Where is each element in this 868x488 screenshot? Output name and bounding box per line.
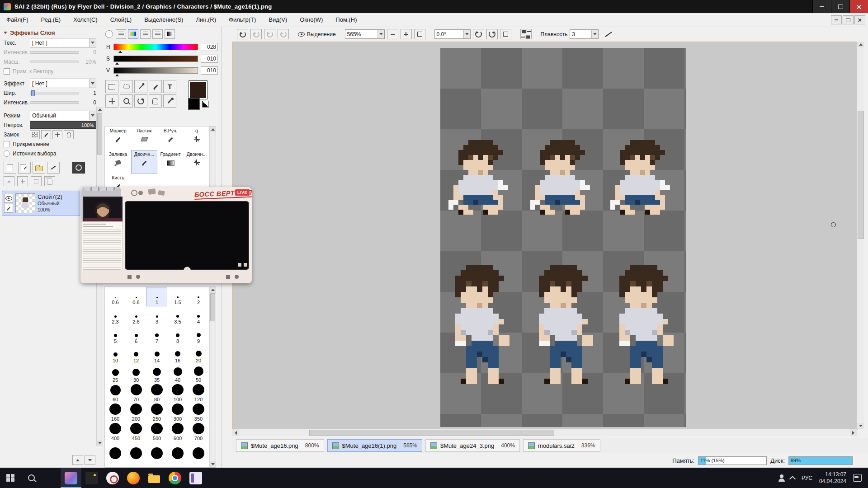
canvas-viewport[interactable] [232,42,858,430]
taskbar-icon-sai[interactable] [61,468,81,488]
rotate-tool[interactable] [134,94,147,108]
action-center-icon[interactable] [853,474,862,482]
smoothing-select[interactable]: 3 [570,29,599,39]
brush-size-option[interactable] [105,442,126,462]
rotate-cw-button[interactable] [486,29,498,39]
history-forward-button[interactable] [278,29,289,39]
brush-size-option[interactable]: 2 [188,287,209,306]
undo-button[interactable] [237,29,248,39]
brush-size-option[interactable]: 700 [188,423,209,442]
start-button[interactable] [0,468,21,488]
hscroll-thumb[interactable] [309,430,554,436]
panel-scroll-bottom-button[interactable] [85,455,95,465]
tool-item[interactable]: Ластик [131,127,157,150]
scroll-left-button[interactable] [232,429,239,436]
palette-grid-tab-button[interactable] [152,29,163,39]
redo-button[interactable] [250,29,262,39]
brush-size-option[interactable]: 50 [188,365,209,384]
brush-size-option[interactable]: 5 [105,326,126,345]
canvas-vscrollbar[interactable] [857,42,864,429]
language-indicator[interactable]: РУС [802,475,812,481]
tray-chevron-icon[interactable] [789,475,796,482]
brush-size-option[interactable]: 300 [167,404,188,423]
move-tool[interactable] [105,94,118,108]
saturation-bar[interactable] [113,56,198,62]
background-color-swatch[interactable] [188,98,200,110]
taskbar-icon-paint-app[interactable] [102,468,123,488]
val-marker[interactable] [115,74,119,76]
brush-size-option[interactable]: 10 [105,345,126,365]
flip-horizontal-button[interactable] [520,29,532,39]
taskbar-search-button[interactable] [21,468,42,488]
tools-scrollbar[interactable] [209,127,216,197]
brush-size-option[interactable]: 500 [146,423,167,442]
value-value[interactable]: 010 [201,66,218,75]
tool-item[interactable]: Двоичн... [131,150,157,174]
brush-size-option[interactable]: 80 [146,384,167,404]
tool-item[interactable]: q [184,127,210,150]
sat-marker[interactable] [115,62,119,65]
selection-pen-tool[interactable] [149,80,162,93]
close-button[interactable] [849,0,868,13]
brush-size-option[interactable]: 1.5 [167,287,188,306]
layer-visibility-toggle[interactable] [4,194,13,203]
zoom-in-button[interactable] [401,29,412,39]
value-bar[interactable] [113,67,198,74]
canvas-hscrollbar[interactable] [232,429,857,436]
scroll-down-button[interactable] [97,440,103,446]
scroll-right-button[interactable] [850,429,857,436]
menu-item[interactable]: Холст(C) [67,13,104,27]
brush-size-option[interactable]: 7 [146,326,167,345]
document-tab[interactable]: modulars.sai2336% [523,439,600,452]
delete-layer-button[interactable] [44,176,55,186]
effect-select[interactable]: [ Нет ] [30,79,96,88]
tool-item[interactable]: Двоичн... [184,150,210,174]
lock-transparency-button[interactable] [30,130,40,139]
maximize-button[interactable] [831,0,849,13]
brush-size-option[interactable]: 250 [146,404,167,423]
brush-size-option[interactable] [126,442,146,462]
brush-size-option[interactable]: 40 [167,365,188,384]
brush-scrollbar[interactable] [209,287,216,467]
new-lineart-layer-button[interactable] [18,162,31,174]
opacity-slider[interactable]: 100% [30,121,96,129]
brush-size-option[interactable]: 25 [105,365,126,384]
taskbar-icon-dark-app[interactable] [81,468,102,488]
blend-mode-select[interactable]: Обычный [30,111,96,120]
menu-item[interactable]: Слой(L) [104,13,138,27]
rect-select-tool[interactable] [105,80,118,93]
brush-size-option[interactable]: 600 [167,423,188,442]
tool-item[interactable]: Градиент [157,150,184,174]
merge-down-button[interactable] [17,176,28,186]
zoom-out-button[interactable] [387,29,398,39]
tray-people-icon[interactable] [780,474,783,478]
taskbar-icon-explorer[interactable] [144,468,165,488]
transfer-down-button[interactable] [4,176,14,186]
lasso-tool[interactable] [120,80,133,93]
brush-size-option[interactable]: 1 [146,287,167,306]
brush-size-option[interactable]: 2.3 [105,306,126,326]
brush-size-option[interactable]: 450 [126,423,146,442]
brush-size-option[interactable]: 60 [105,384,126,404]
apply-to-vector-checkbox[interactable] [4,68,10,75]
lock-pixels-button[interactable] [41,130,51,139]
taskbar-icon-chrome[interactable] [165,468,185,488]
saturation-value[interactable]: 010 [201,55,218,63]
clipping-checkbox[interactable] [4,141,10,147]
brush-size-option[interactable]: 3.5 [167,306,188,326]
panel-scroll-top-button[interactable] [72,455,83,465]
document-tab[interactable]: $Mute_age16.png800% [236,439,324,452]
menu-item[interactable]: Вид(V) [262,13,293,27]
mdi-restore-button[interactable] [843,15,854,24]
brush-size-option[interactable]: 200 [126,404,146,423]
gradient-tab-button[interactable] [165,29,175,39]
texture-select[interactable]: [ Нет ] [30,38,96,47]
scroll-up-button[interactable] [857,42,864,47]
hue-marker[interactable] [118,51,122,53]
menu-item[interactable]: Ред.(E) [35,13,67,27]
brush-size-option[interactable] [188,442,209,462]
taskbar-icon-firefox[interactable] [123,468,144,488]
scroll-down-button[interactable] [857,423,864,429]
panel-header[interactable]: Эффекты Слоя [0,27,103,38]
brush-size-option[interactable]: 0.8 [126,287,146,306]
